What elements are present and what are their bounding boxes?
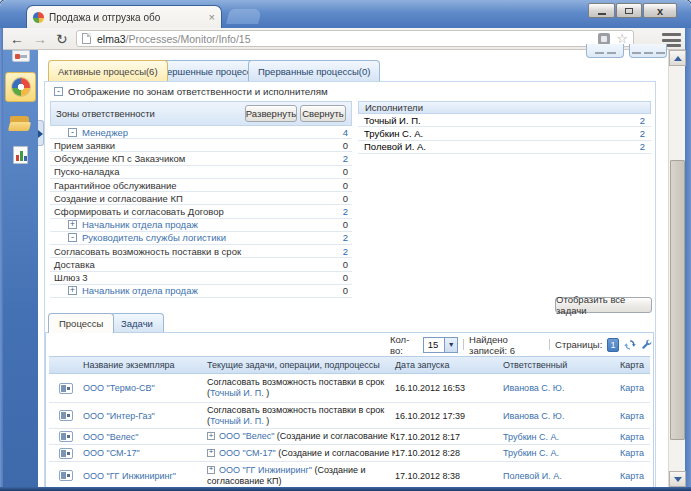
browser-tab[interactable]: Продажа и отгрузка обо × [26,5,222,28]
scrollbar-thumb[interactable] [670,160,685,440]
zone-link[interactable]: Начальник отдела продаж [82,285,198,296]
instance-icon[interactable] [59,431,73,442]
zone-count[interactable]: 4 [343,127,348,138]
collapse-all-button[interactable]: Свернуть [300,105,346,122]
responsible-link[interactable]: Трубкин С. А. [503,432,559,442]
chevron-down-icon[interactable]: ▼ [444,338,457,352]
instance-icon[interactable] [59,383,73,394]
map-link[interactable]: Карта [620,411,644,421]
minimize-button[interactable] [588,3,615,18]
instance-link[interactable]: ООО "Велес" [83,432,138,442]
vertical-scrollbar[interactable] [668,50,685,487]
map-link[interactable]: Карта [620,383,644,393]
subprocess-link[interactable]: ООО "ГГ Инжиниринг" [219,465,312,475]
executor-row: Точный И. П.2 [358,114,651,127]
zone-row: Гарантийное обслуживание0 [50,179,352,192]
back-icon[interactable]: ← [10,31,24,47]
responsible-link[interactable]: Иванова С. Ю. [503,383,564,393]
instance-link[interactable]: ООО "Интер-Газ" [83,411,155,421]
window-border-right [685,28,691,491]
page-size-select[interactable]: 15 ▼ [423,337,459,353]
collapse-icon[interactable] [68,233,77,242]
subprocess-link[interactable]: ООО "Велес" [219,431,274,441]
zone-link[interactable]: Руководитель службы логистики [82,232,226,243]
zone-link[interactable]: Начальник отдела продаж [82,219,198,230]
extension-icon[interactable] [598,33,610,45]
tab-processes[interactable]: Процессы [48,313,114,333]
new-tab-button[interactable] [226,9,262,24]
collapse-icon[interactable] [68,128,77,137]
show-all-tasks-button[interactable]: Отобразить все задачи [555,297,652,313]
map-link[interactable]: Карта [620,448,644,458]
clipped-icon [12,50,30,62]
sidebar-item-monitor[interactable] [5,72,36,102]
sidebar-item-folder[interactable] [5,108,36,138]
expand-icon[interactable] [68,220,77,229]
expand-icon[interactable] [68,286,77,295]
forward-icon[interactable]: → [33,31,47,47]
executor-row: Полевой И. А.2 [358,141,651,154]
expand-all-button[interactable]: Развернуть [245,105,297,122]
instance-icon[interactable] [59,448,73,459]
tab-active-processes[interactable]: Активные процессы(6) [48,60,168,81]
found-records: Найдено записей: 6 [469,334,544,356]
executor-count[interactable]: 2 [640,141,645,152]
executor-count[interactable]: 2 [640,115,645,126]
instance-link[interactable]: ООО "Термо-СВ" [83,383,155,393]
tab-tasks[interactable]: Задачи [110,313,164,332]
section-title: Отображение по зонам ответственности и и… [68,86,328,97]
report-chart-icon [13,146,28,164]
responsible-link[interactable]: Иванова С. Ю. [503,411,564,421]
instance-link[interactable]: ООО "СМ-17" [83,448,140,458]
favicon-icon [33,12,44,23]
scroll-down-button[interactable] [669,471,686,487]
table-row: ООО "ГГ Инжиниринг" ООО "ГГ Инжиниринг" … [49,462,650,490]
zone-count[interactable]: 2 [343,246,348,257]
tab-close-icon[interactable]: × [209,12,215,23]
maximize-button[interactable] [616,3,642,18]
process-monitor-icon [12,78,30,96]
zone-row: Прием заявки0 [50,139,352,152]
elma-sidebar [3,50,38,487]
wrench-icon[interactable] [641,338,652,351]
bookmark-star-icon[interactable]: ☆ [616,33,628,45]
start-date: 16.10.2012 16:53 [395,383,503,393]
responsible-link[interactable]: Трубкин С. А. [503,448,559,458]
scroll-up-button[interactable] [669,50,686,66]
subprocess-link[interactable]: ООО "СМ-17" [219,448,276,458]
zone-row: Согласовать возможность поставки в срок2 [50,245,352,258]
section-collapse-icon[interactable] [54,87,63,96]
expand-icon[interactable] [207,466,215,474]
map-link[interactable]: Карта [620,471,644,481]
instance-icon[interactable] [59,410,73,421]
start-date: 17.10.2012 8:17 [395,432,503,442]
sidebar-item-clipped[interactable] [5,48,36,64]
close-button[interactable]: x [643,3,677,18]
refresh-icon[interactable] [624,338,636,352]
zone-count[interactable]: 2 [343,232,348,243]
zone-count[interactable]: 2 [343,206,348,217]
zone-row: Обсуждение КП с Заказчиком2 [50,152,352,165]
tab-interrupted-processes[interactable]: Прерванные процессы(0) [248,60,380,81]
executor-count[interactable]: 2 [640,128,645,139]
count-label: Кол-во: [390,334,418,356]
start-date: 17.10.2012 8:28 [395,448,503,458]
clipped-button[interactable] [586,44,624,58]
address-bar[interactable]: elma3 /Processes/Monitor/Info/15 ☆ [76,30,634,47]
sidebar-item-reports[interactable] [5,140,36,170]
map-link[interactable]: Карта [620,432,644,442]
clipped-button[interactable] [629,44,667,58]
zone-link[interactable]: Менеджер [82,127,128,138]
expand-icon[interactable] [207,449,215,457]
expand-icon[interactable] [207,432,215,440]
reload-icon[interactable]: ↻ [56,31,68,47]
col-instance-name: Название экземпляра [83,360,207,370]
zones-panel-header: Зоны ответственности Развернуть Свернуть [50,101,352,126]
responsible-link[interactable]: Полевой И. А. [503,471,562,481]
page-number-button[interactable]: 1 [607,338,618,352]
task-executor-link[interactable]: Точный И. П. [210,388,264,398]
instance-icon[interactable] [59,470,73,481]
instance-link[interactable]: ООО "ГГ Инжиниринг" [83,471,176,481]
zone-count[interactable]: 2 [343,153,348,164]
task-executor-link[interactable]: Точный И. П. [210,416,264,426]
